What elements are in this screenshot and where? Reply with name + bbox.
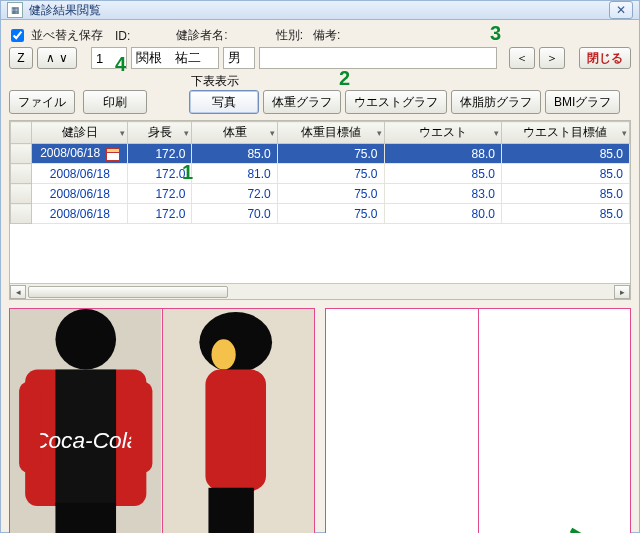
table-row[interactable]: 2008/06/18172.072.075.083.085.0	[11, 184, 630, 204]
svg-point-9	[199, 312, 272, 373]
photo-front[interactable]: Coca-Cola	[10, 309, 163, 533]
cell-weight[interactable]: 85.0	[192, 144, 277, 164]
col-weight-goal[interactable]: 体重目標値▾	[277, 122, 384, 144]
cell-weight-goal[interactable]: 75.0	[277, 144, 384, 164]
cell-waist-goal[interactable]: 85.0	[501, 184, 629, 204]
svg-point-4	[55, 309, 116, 370]
cell-date[interactable]: 2008/06/18	[32, 204, 128, 224]
sex-label: 性別:	[276, 27, 303, 44]
row-header[interactable]	[11, 144, 32, 164]
calendar-icon[interactable]	[106, 148, 120, 161]
id-field[interactable]: 1	[91, 47, 127, 69]
cell-height[interactable]: 172.0	[128, 184, 192, 204]
table-row[interactable]: 2008/06/18 172.085.075.088.085.0	[11, 144, 630, 164]
svg-rect-5	[55, 503, 116, 533]
scroll-left-button[interactable]: ◂	[10, 285, 26, 299]
header-row: 健診日▾ 身長▾ 体重▾ 体重目標値▾ ウエスト▾ ウエスト目標値▾	[11, 122, 630, 144]
cell-waist[interactable]: 88.0	[384, 144, 501, 164]
cell-weight-goal[interactable]: 75.0	[277, 164, 384, 184]
remark-field[interactable]	[259, 47, 497, 69]
toolbar-row: ファイル 印刷 4 下表表示 写真 体重グラフ ウエストグラフ 体脂肪グラフ B…	[9, 73, 631, 114]
photo-side[interactable]	[163, 309, 315, 533]
table-row[interactable]: 2008/06/18172.081.075.085.085.0	[11, 164, 630, 184]
sex-field[interactable]: 男	[223, 47, 255, 69]
cell-weight-goal[interactable]: 75.0	[277, 204, 384, 224]
tab-group: 下表表示 写真 体重グラフ ウエストグラフ 体脂肪グラフ BMIグラフ	[189, 73, 620, 114]
cell-waist[interactable]: 85.0	[384, 164, 501, 184]
data-grid[interactable]: 健診日▾ 身長▾ 体重▾ 体重目標値▾ ウエスト▾ ウエスト目標値▾ 2008/…	[9, 120, 631, 300]
scroll-thumb[interactable]	[28, 286, 228, 298]
scroll-right-button[interactable]: ▸	[614, 285, 630, 299]
file-button[interactable]: ファイル	[9, 90, 75, 114]
next-button[interactable]: ＞	[539, 47, 565, 69]
svg-rect-14	[208, 488, 253, 533]
tab-weight[interactable]: 体重グラフ	[263, 90, 341, 114]
cell-height[interactable]: 172.0	[128, 144, 192, 164]
prev-button[interactable]: ＜	[509, 47, 535, 69]
remark-label: 備考:	[313, 27, 340, 44]
client-area: 並べ替え保存 ID: 健診者名: 性別: 備考: 3 Z ∧ ∨ 1 関根 祐二…	[1, 20, 639, 533]
col-weight[interactable]: 体重▾	[192, 122, 277, 144]
name-field[interactable]: 関根 祐二	[131, 47, 219, 69]
corner-header[interactable]	[11, 122, 32, 144]
cell-weight-goal[interactable]: 75.0	[277, 184, 384, 204]
name-label: 健診者名:	[176, 27, 227, 44]
cell-height[interactable]: 172.0	[128, 204, 192, 224]
cell-waist-goal[interactable]: 85.0	[501, 164, 629, 184]
row-header[interactable]	[11, 164, 32, 184]
id-label: ID:	[115, 29, 130, 43]
cell-height[interactable]: 172.0	[128, 164, 192, 184]
tab-bmi[interactable]: BMIグラフ	[545, 90, 620, 114]
cell-weight[interactable]: 81.0	[192, 164, 277, 184]
col-date[interactable]: 健診日▾	[32, 122, 128, 144]
svg-point-10	[211, 339, 235, 369]
window-title: 健診結果閲覧	[29, 2, 609, 19]
print-button[interactable]: 印刷	[83, 90, 147, 114]
photo-group-left: Coca-Cola	[9, 308, 315, 533]
svg-rect-6	[19, 382, 40, 473]
cell-weight[interactable]: 70.0	[192, 204, 277, 224]
subtable-label: 下表表示	[191, 73, 239, 90]
cell-date[interactable]: 2008/06/18	[32, 144, 128, 164]
row-header[interactable]	[11, 204, 32, 224]
sort-save-checkbox[interactable]	[11, 29, 24, 42]
photo-empty-2[interactable]	[479, 309, 631, 533]
sort-order-button[interactable]: ∧ ∨	[37, 47, 77, 69]
table: 健診日▾ 身長▾ 体重▾ 体重目標値▾ ウエスト▾ ウエスト目標値▾ 2008/…	[10, 121, 630, 224]
z-button[interactable]: Z	[9, 47, 33, 69]
sort-save-label: 並べ替え保存	[31, 27, 103, 44]
titlebar: ▦ 健診結果閲覧 ✕	[1, 1, 639, 20]
tab-waist[interactable]: ウエストグラフ	[345, 90, 447, 114]
photo-empty-1[interactable]	[326, 309, 479, 533]
cell-waist-goal[interactable]: 85.0	[501, 144, 629, 164]
cell-waist-goal[interactable]: 85.0	[501, 204, 629, 224]
photo-group-right	[325, 308, 631, 533]
tab-photo[interactable]: 写真	[189, 90, 259, 114]
horizontal-scrollbar[interactable]: ◂ ▸	[10, 283, 630, 299]
col-waist-goal[interactable]: ウエスト目標値▾	[501, 122, 629, 144]
window: ▦ 健診結果閲覧 ✕ 並べ替え保存 ID: 健診者名: 性別: 備考: 3 Z …	[0, 0, 640, 533]
svg-text:Coca-Cola: Coca-Cola	[32, 427, 139, 453]
app-icon: ▦	[7, 2, 23, 18]
photo-panel: Coca-Cola	[9, 308, 631, 533]
cell-weight[interactable]: 72.0	[192, 184, 277, 204]
tab-bodyfat[interactable]: 体脂肪グラフ	[451, 90, 541, 114]
svg-rect-7	[131, 382, 152, 473]
close-button[interactable]: 閉じる	[579, 47, 631, 69]
table-row[interactable]: 2008/06/18172.070.075.080.085.0	[11, 204, 630, 224]
window-close-button[interactable]: ✕	[609, 1, 633, 19]
cell-date[interactable]: 2008/06/18	[32, 164, 128, 184]
cell-waist[interactable]: 83.0	[384, 184, 501, 204]
annotation-3: 3	[490, 22, 501, 45]
header-row: 並べ替え保存 ID: 健診者名: 性別: 備考: 3	[9, 26, 631, 45]
col-height[interactable]: 身長▾	[128, 122, 192, 144]
col-waist[interactable]: ウエスト▾	[384, 122, 501, 144]
cell-date[interactable]: 2008/06/18	[32, 184, 128, 204]
cell-waist[interactable]: 80.0	[384, 204, 501, 224]
row-header[interactable]	[11, 184, 32, 204]
